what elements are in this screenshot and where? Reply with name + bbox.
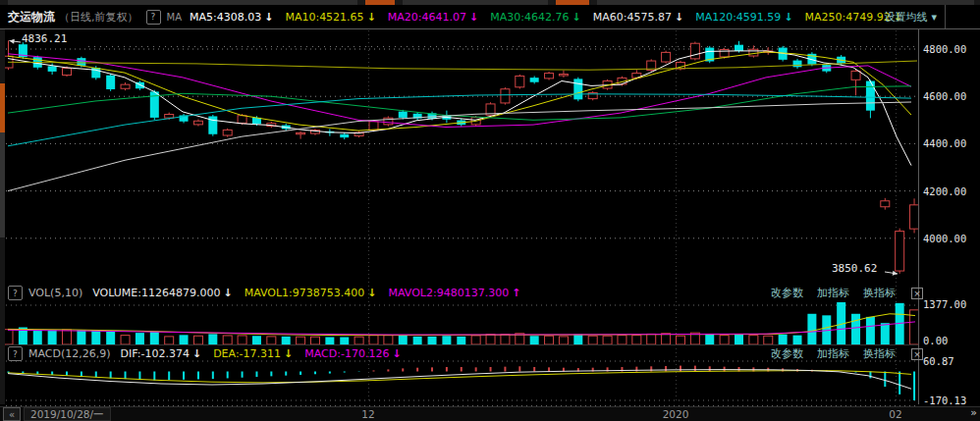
low-price-annotation: 3850.62 bbox=[832, 262, 877, 275]
macd-axis-label: 60.87 bbox=[923, 355, 954, 367]
arrow-up-icon: ↑ bbox=[512, 287, 520, 299]
arrow-down-icon: ↓ bbox=[784, 11, 792, 24]
high-price-annotation: 4836.21 bbox=[22, 32, 67, 45]
close-indicator-icon[interactable]: × bbox=[911, 348, 923, 360]
scroll-left-button[interactable]: « bbox=[3, 407, 21, 421]
time-axis-bar bbox=[0, 406, 980, 421]
ma-settings-label: 设置均线 bbox=[884, 10, 927, 25]
chart-mode-label: （日线,前复权） bbox=[59, 10, 138, 25]
left-scrollbar-thumb[interactable] bbox=[0, 83, 5, 132]
ma-legend-item-1: MA10:4521.65↓ bbox=[285, 11, 375, 24]
time-axis-tick: 12 bbox=[361, 408, 374, 420]
time-axis-tick: 2020 bbox=[663, 408, 689, 420]
arrow-down-icon: ↓ bbox=[392, 347, 401, 360]
price-axis-label: 4400.00 bbox=[923, 137, 966, 149]
arrow-down-icon: ↓ bbox=[223, 287, 232, 299]
macd-indicator-name: MACD(12,26,9) bbox=[28, 347, 111, 360]
ma-indicator-label: MA bbox=[167, 12, 182, 23]
arrow-down-icon: ↓ bbox=[367, 287, 376, 299]
macd-legend-item-2: MACD:-170.126↓ bbox=[304, 347, 401, 360]
price-axis-label: 4800.00 bbox=[923, 43, 966, 55]
volume-legend: VOLUME:11264879.000↓MAVOL1:9738753.400↓M… bbox=[92, 287, 532, 299]
arrow-down-icon: ↓ bbox=[367, 11, 376, 24]
add-indicator-button[interactable]: 加指标 bbox=[817, 346, 849, 361]
ma-legend-item-4: MA60:4575.87↓ bbox=[593, 11, 683, 24]
macd-axis-label: -170.13 bbox=[923, 395, 966, 406]
add-indicator-button[interactable]: 加指标 bbox=[817, 286, 849, 300]
ma-legend-item-0: MA5:4308.03↓ bbox=[190, 11, 273, 24]
chevron-down-icon: ▾ bbox=[931, 11, 937, 24]
volume-pane-controls: 改参数加指标换指标× bbox=[771, 286, 923, 300]
left-scrollbar-segment bbox=[0, 132, 5, 237]
volume-pane-header: ? VOL(5,10) VOLUME:11264879.000↓MAVOL1:9… bbox=[8, 286, 532, 300]
ma-legend-item-5: MA120:4591.59↓ bbox=[695, 11, 792, 24]
time-axis-tick: 02 bbox=[889, 408, 901, 420]
macd-pane-controls: 改参数加指标换指标× bbox=[771, 346, 923, 361]
ma-legend: MA5:4308.03↓MA10:4521.65↓MA20:4641.07↓MA… bbox=[190, 11, 914, 24]
instrument-title: 交运物流 bbox=[8, 9, 55, 26]
modify-params-button[interactable]: 改参数 bbox=[771, 346, 803, 361]
ma-settings-button[interactable]: 设置均线 ▾ bbox=[884, 5, 937, 28]
macd-legend-item-0: DIF:-102.374↓ bbox=[121, 347, 202, 360]
volume-axis-label: 1377.00 bbox=[923, 298, 966, 310]
switch-indicator-button[interactable]: 换指标 bbox=[863, 346, 896, 361]
start-date-label: 2019/10/28/一 bbox=[24, 407, 111, 421]
switch-indicator-button[interactable]: 换指标 bbox=[863, 286, 896, 300]
ma-legend-item-3: MA30:4642.76↓ bbox=[490, 11, 580, 24]
arrow-down-icon: ↓ bbox=[572, 11, 581, 24]
help-icon[interactable]: ? bbox=[146, 10, 161, 25]
modify-params-button[interactable]: 改参数 bbox=[771, 286, 803, 300]
arrow-down-icon: ↓ bbox=[264, 11, 273, 24]
macd-pane-header: ? MACD(12,26,9) DIF:-102.374↓DEA:-17.311… bbox=[8, 346, 413, 361]
vol-legend-item-1: MAVOL1:9738753.400↓ bbox=[245, 287, 377, 299]
macd-legend-item-1: DEA:-17.311↓ bbox=[213, 347, 293, 360]
price-axis-label: 4000.00 bbox=[923, 233, 966, 244]
arrow-down-icon: ↓ bbox=[469, 11, 478, 24]
vol-legend-item-0: VOLUME:11264879.000↓ bbox=[92, 287, 232, 299]
price-axis-label: 4600.00 bbox=[923, 90, 966, 102]
help-icon[interactable]: ? bbox=[8, 346, 23, 361]
vol-legend-item-2: MAVOL2:9480137.300↑ bbox=[389, 287, 521, 299]
close-indicator-icon[interactable]: × bbox=[911, 288, 923, 299]
ma-legend-item-2: MA20:4641.07↓ bbox=[388, 11, 478, 24]
arrow-down-icon: ↓ bbox=[675, 11, 683, 24]
help-icon[interactable]: ? bbox=[8, 286, 23, 300]
header-divider bbox=[945, 5, 946, 28]
chart-header: 交运物流 （日线,前复权） ? MA MA5:4308.03↓MA10:4521… bbox=[0, 5, 938, 28]
macd-legend: DIF:-102.374↓DEA:-17.311↓MACD:-170.126↓ bbox=[121, 347, 413, 360]
left-scrollbar[interactable] bbox=[0, 29, 5, 404]
scroll-right-button[interactable]: » bbox=[970, 406, 977, 419]
price-axis-label: 4200.00 bbox=[923, 185, 966, 197]
volume-axis-label: 0.00 bbox=[923, 335, 948, 346]
arrow-down-icon: ↓ bbox=[192, 347, 201, 360]
volume-indicator-name: VOL(5,10) bbox=[28, 287, 82, 299]
arrow-down-icon: ↓ bbox=[284, 347, 293, 360]
